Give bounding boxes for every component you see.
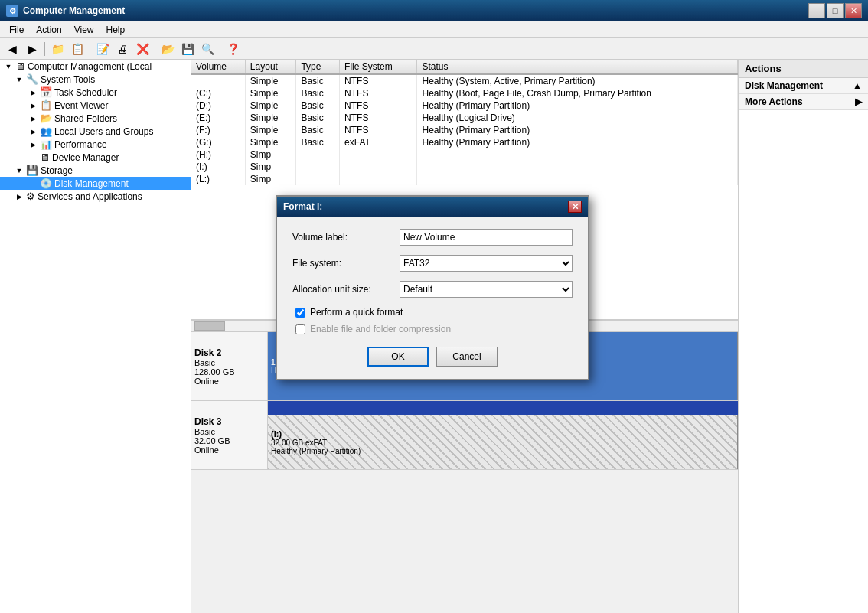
quick-format-label: Perform a quick format <box>310 307 403 318</box>
volume-label-input[interactable] <box>400 229 573 246</box>
compression-row: Enable file and folder compression <box>292 324 573 334</box>
format-dialog: Format I: ✕ Volume label: File system: F… <box>276 195 589 380</box>
volume-label-text: Volume label: <box>292 232 400 243</box>
file-system-row: File system: FAT32 NTFS exFAT <box>292 255 573 272</box>
dialog-buttons: OK Cancel <box>292 347 573 367</box>
cancel-button[interactable]: Cancel <box>436 347 498 367</box>
dialog-title-bar: Format I: ✕ <box>277 197 588 217</box>
volume-label-row: Volume label: <box>292 229 573 246</box>
compression-label: Enable file and folder compression <box>310 324 451 334</box>
dialog-overlay: Format I: ✕ Volume label: File system: F… <box>0 0 868 613</box>
file-system-text: File system: <box>292 258 400 269</box>
allocation-select[interactable]: Default <box>400 281 573 298</box>
dialog-title: Format I: <box>283 201 322 212</box>
dialog-body: Volume label: File system: FAT32 NTFS ex… <box>277 217 588 379</box>
allocation-row: Allocation unit size: Default <box>292 281 573 298</box>
dialog-close-button[interactable]: ✕ <box>568 201 582 213</box>
allocation-text: Allocation unit size: <box>292 284 400 295</box>
ok-button[interactable]: OK <box>367 347 429 367</box>
compression-checkbox[interactable] <box>295 324 305 334</box>
file-system-select[interactable]: FAT32 NTFS exFAT <box>400 255 573 272</box>
quick-format-row: Perform a quick format <box>292 307 573 318</box>
quick-format-checkbox[interactable] <box>295 308 305 318</box>
